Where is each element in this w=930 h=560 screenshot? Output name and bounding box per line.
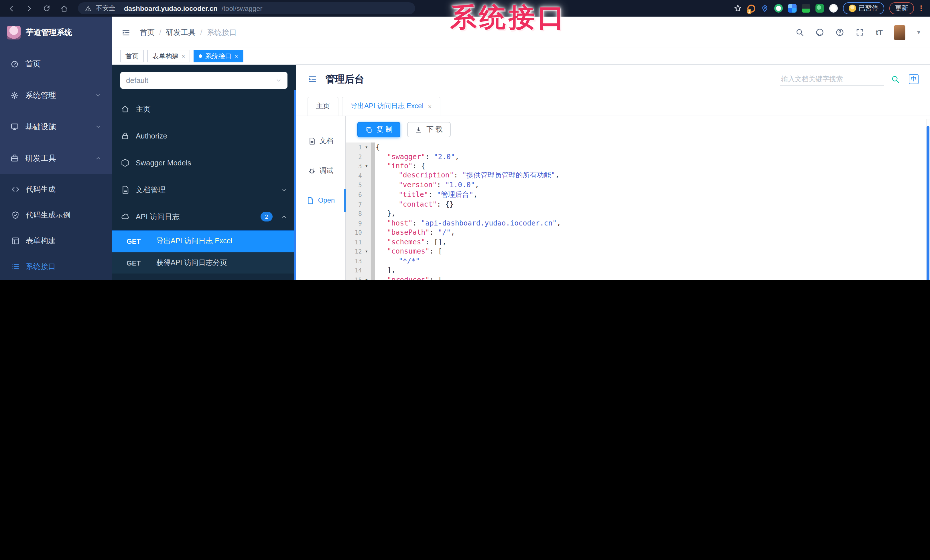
- code-line: 2"swagger": "2.0",: [346, 152, 930, 161]
- doc-side-tab[interactable]: 文档: [296, 129, 345, 153]
- swagger-nav-label: 文档管理: [136, 184, 165, 195]
- github-icon[interactable]: [816, 28, 824, 37]
- tag-tab[interactable]: 表单构建×: [147, 50, 190, 62]
- group-select[interactable]: default: [120, 72, 288, 89]
- line-number: 9: [346, 219, 362, 226]
- breadcrumb-item[interactable]: 系统接口: [207, 27, 237, 37]
- sidebar-item[interactable]: 首页: [0, 48, 112, 80]
- swagger-nav-item[interactable]: 主页: [112, 95, 296, 123]
- tag-tab[interactable]: 首页: [120, 50, 144, 62]
- code-line: 8},: [346, 209, 930, 218]
- copy-button[interactable]: 复 制: [357, 122, 400, 137]
- doc-tab[interactable]: 导出API 访问日志 Excel×: [342, 97, 440, 116]
- update-button[interactable]: 更新: [889, 2, 914, 14]
- browser-forward-icon[interactable]: [25, 4, 33, 12]
- token: ,: [475, 181, 479, 189]
- token: : [],: [425, 238, 447, 246]
- code-text: "schemes": [],: [371, 238, 930, 246]
- tag-active-dot: [199, 54, 202, 58]
- swagger-api-item[interactable]: GET导出API 访问日志 Excel: [112, 230, 296, 252]
- sidebar-subitem[interactable]: 表单构建: [0, 228, 112, 253]
- sidebar-subitem[interactable]: 代码生成: [0, 176, 112, 202]
- paused-extension-pill[interactable]: 已暂停: [843, 2, 884, 14]
- fold-caret-icon[interactable]: ▾: [362, 144, 371, 150]
- extension-icon[interactable]: [829, 4, 838, 12]
- download-button[interactable]: 下 载: [408, 122, 451, 137]
- token: :: [425, 153, 434, 161]
- sidebar-item-label: 研发工具: [25, 153, 56, 163]
- close-icon[interactable]: ×: [182, 53, 185, 60]
- swagger-nav-item[interactable]: Swagger Models: [112, 149, 296, 176]
- breadcrumb-item[interactable]: 研发工具: [166, 27, 196, 37]
- lock-icon: [121, 132, 129, 140]
- browser-refresh-icon[interactable]: [43, 5, 51, 12]
- code-editor[interactable]: 1▾{2"swagger": "2.0",3▾"info": {4"descri…: [346, 143, 930, 280]
- collapse-doc-nav-icon[interactable]: [308, 74, 317, 84]
- token: "1.0.0": [445, 181, 475, 189]
- fold-caret-icon[interactable]: ▾: [362, 249, 371, 255]
- extension-icon[interactable]: 1: [747, 4, 755, 12]
- doc-tab[interactable]: 主页: [308, 97, 339, 116]
- token: "2.0": [434, 153, 455, 161]
- file-icon: [306, 196, 314, 204]
- sidebar-subitem[interactable]: 数据库文档: [0, 279, 112, 280]
- swagger-nav-item[interactable]: 文档管理: [112, 176, 296, 203]
- fullscreen-icon[interactable]: [856, 28, 864, 37]
- doc-side-tab[interactable]: Open: [296, 188, 345, 212]
- sidebar-item[interactable]: 基础设施: [0, 111, 112, 143]
- line-number: 11: [346, 238, 362, 245]
- scrollbar-thumb[interactable]: [927, 126, 929, 280]
- code-text: "title": "管理后台",: [371, 190, 930, 199]
- browser-back-icon[interactable]: [8, 4, 15, 12]
- code-line: 15▾"produces": [: [346, 275, 930, 280]
- extension-icon[interactable]: [788, 4, 796, 12]
- swagger-nav-item[interactable]: Authorize: [112, 123, 296, 149]
- breadcrumb: 首页/研发工具/系统接口: [140, 27, 237, 37]
- token: ,: [555, 172, 559, 180]
- scrollbar-track[interactable]: [926, 119, 930, 280]
- search-icon[interactable]: [795, 28, 804, 37]
- code-line: 14],: [346, 265, 930, 275]
- swagger-nav-item[interactable]: API 错误日志3: [112, 274, 296, 280]
- collapse-sidebar-icon[interactable]: [122, 28, 131, 37]
- app-logo[interactable]: 芋道管理系统: [0, 17, 112, 48]
- code-text: "consumes": [: [371, 247, 930, 256]
- token: : [: [430, 247, 442, 256]
- extension-icon[interactable]: [815, 4, 824, 12]
- bookmark-star-icon[interactable]: [733, 4, 742, 12]
- browser-home-icon[interactable]: [60, 4, 68, 12]
- sidebar-item[interactable]: 系统管理: [0, 80, 112, 111]
- extension-icon[interactable]: [801, 4, 810, 12]
- avatar[interactable]: [894, 25, 906, 40]
- address-bar[interactable]: 不安全 dashboard.yudao.iocoder.cn /tool/swa…: [78, 2, 415, 14]
- sidebar-subitem[interactable]: 系统接口: [0, 253, 112, 279]
- language-toggle[interactable]: 中: [909, 74, 919, 84]
- avatar-caret-icon[interactable]: ▾: [917, 29, 920, 36]
- code-text: "swagger": "2.0",: [371, 153, 930, 161]
- sidebar-item[interactable]: 研发工具: [0, 143, 112, 174]
- sidebar-menu: 首页系统管理基础设施研发工具: [0, 48, 112, 174]
- breadcrumb-item[interactable]: 首页: [140, 27, 155, 37]
- fold-caret-icon[interactable]: ▾: [362, 163, 371, 169]
- help-icon[interactable]: [836, 28, 844, 37]
- token: "title": [399, 190, 428, 198]
- chev-icon: [281, 187, 287, 193]
- extension-pin-icon[interactable]: [760, 4, 769, 12]
- font-size-icon[interactable]: tT: [876, 28, 883, 37]
- swagger-api-item[interactable]: GET获得API 访问日志分页: [112, 252, 296, 274]
- token: :: [454, 172, 462, 180]
- close-icon[interactable]: ×: [428, 103, 432, 110]
- doc-side-tab[interactable]: 调试: [296, 158, 345, 183]
- extension-icon[interactable]: [774, 4, 782, 12]
- sidebar-subitem[interactable]: 代码生成示例: [0, 202, 112, 228]
- code-icon: [11, 185, 20, 193]
- doc-search-icon[interactable]: [891, 75, 900, 83]
- browser-menu-icon[interactable]: ⋮: [918, 4, 925, 12]
- tag-tab[interactable]: 系统接口×: [194, 50, 243, 62]
- close-icon[interactable]: ×: [234, 53, 238, 60]
- api-count-badge: 2: [260, 212, 273, 221]
- doc-search-input[interactable]: [780, 72, 884, 86]
- fold-caret-icon[interactable]: ▾: [362, 277, 371, 280]
- extension-badge: 1: [747, 9, 751, 14]
- swagger-nav-item[interactable]: API 访问日志2: [112, 203, 296, 230]
